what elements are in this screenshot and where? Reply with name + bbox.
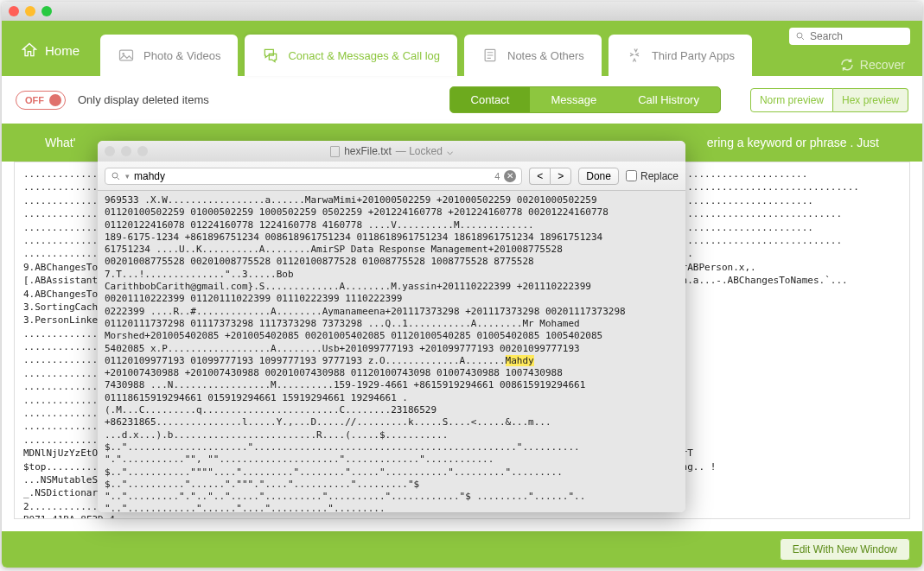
search-highlight: Mahdy <box>506 355 534 366</box>
deleted-toggle[interactable]: OFF <box>16 91 66 110</box>
tab-notes-others[interactable]: Notes & Others <box>464 35 602 76</box>
tab-label: Conact & Messages & Call log <box>288 49 440 62</box>
subtabs: Contact Message Call Histrory <box>449 86 721 113</box>
main-titlebar <box>2 2 922 21</box>
replace-label: Replace <box>640 170 679 182</box>
header-bar: Home Photo & Videos Conact & Messages & … <box>2 21 922 76</box>
hex-preview-button[interactable]: Hex preview <box>833 88 908 112</box>
search-box[interactable] <box>789 28 910 45</box>
find-toolbar: ▾ 4 ✕ < > Done Replace <box>98 162 685 191</box>
svg-line-9 <box>118 177 120 180</box>
search-icon <box>795 31 806 41</box>
image-icon <box>118 47 135 64</box>
svg-rect-0 <box>120 50 133 60</box>
tab-third-party[interactable]: Third Party Apps <box>609 35 752 76</box>
find-input[interactable] <box>134 170 490 182</box>
recover-button[interactable]: Recover <box>834 54 910 76</box>
toggle-knob-icon <box>49 94 61 106</box>
find-field[interactable]: ▾ 4 ✕ <box>105 168 522 185</box>
refresh-icon <box>839 57 855 73</box>
edit-new-window-button[interactable]: Edit With New Window <box>780 538 910 561</box>
chat-icon <box>262 47 279 64</box>
home-label: Home <box>45 43 80 58</box>
find-next-button[interactable]: > <box>550 168 571 185</box>
apps-icon <box>626 47 643 64</box>
find-count: 4 <box>494 171 500 181</box>
home-icon <box>21 41 38 59</box>
body-post: +201007430988 +201007430988 002010074309… <box>105 367 585 512</box>
overlay-title: hexFile.txt — Locked ⌵ <box>98 145 685 157</box>
svg-point-6 <box>797 33 802 38</box>
overlay-locked-label: — Locked <box>396 145 443 157</box>
text-editor-window: hexFile.txt — Locked ⌵ ▾ 4 ✕ < > Done Re… <box>98 141 685 512</box>
tab-label: Third Party Apps <box>652 49 735 62</box>
norm-preview-button[interactable]: Norm preview <box>750 88 833 112</box>
search-icon <box>111 171 121 181</box>
chevron-down-icon[interactable]: ⌵ <box>447 145 453 157</box>
recover-label: Recover <box>860 58 905 72</box>
overlay-filename: hexFile.txt <box>344 145 392 157</box>
replace-check-input[interactable] <box>626 170 637 181</box>
subtab-call[interactable]: Call Histrory <box>617 87 720 112</box>
replace-checkbox[interactable]: Replace <box>626 170 679 182</box>
header-right: Recover <box>789 28 910 76</box>
minimize-icon[interactable] <box>121 146 131 156</box>
search-input[interactable] <box>810 30 896 42</box>
note-icon <box>481 47 499 64</box>
hint-right: ering a keyword or phrase . Just <box>707 136 879 149</box>
subtab-message[interactable]: Message <box>530 87 617 112</box>
tab-label: Notes & Others <box>507 49 584 62</box>
find-nav: < > <box>529 168 571 185</box>
svg-line-7 <box>802 38 805 41</box>
document-icon <box>330 146 340 157</box>
subtab-contact[interactable]: Contact <box>450 87 531 112</box>
close-icon[interactable] <box>9 6 19 16</box>
tab-photo-videos[interactable]: Photo & Videos <box>100 35 238 76</box>
tab-label: Photo & Videos <box>143 49 220 62</box>
preview-buttons: Norm preview Hex preview <box>750 88 908 112</box>
find-prev-button[interactable]: < <box>529 168 550 185</box>
maximize-icon[interactable] <box>137 146 148 156</box>
overlay-traffic-lights <box>105 146 148 156</box>
chevron-down-icon[interactable]: ▾ <box>125 172 130 181</box>
clear-icon[interactable]: ✕ <box>504 170 516 182</box>
toolbar: OFF Only display deleted items Contact M… <box>2 76 922 124</box>
footer-bar: Edit With New Window <box>2 531 922 568</box>
done-button[interactable]: Done <box>578 168 619 185</box>
hint-left: What' <box>45 136 97 149</box>
tab-contacts-messages[interactable]: Conact & Messages & Call log <box>245 35 457 76</box>
toggle-state: OFF <box>25 95 44 105</box>
svg-point-8 <box>112 173 118 178</box>
minimize-icon[interactable] <box>25 6 35 16</box>
hex-text-body[interactable]: 969533 .X.W.................a......Marwa… <box>98 191 685 512</box>
maximize-icon[interactable] <box>41 6 52 16</box>
overlay-titlebar: hexFile.txt — Locked ⌵ <box>98 141 685 162</box>
close-icon[interactable] <box>105 146 115 156</box>
main-tabs: Photo & Videos Conact & Messages & Call … <box>100 35 752 76</box>
body-pre: 969533 .X.W.................a......Marwa… <box>105 194 626 366</box>
traffic-lights <box>9 6 52 16</box>
home-button[interactable]: Home <box>14 29 100 76</box>
toggle-label: Only display deleted items <box>78 93 209 106</box>
